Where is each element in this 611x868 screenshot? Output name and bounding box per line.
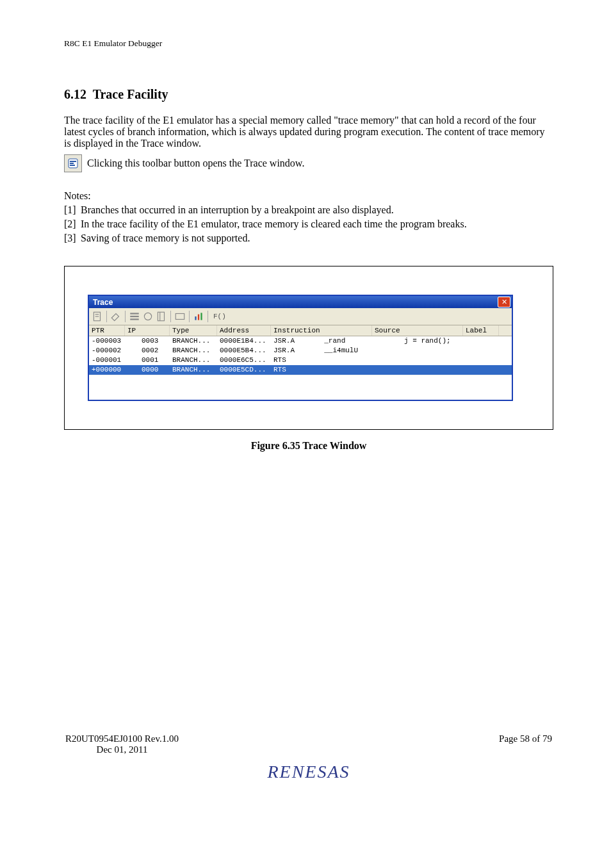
- instr-mnemonic: JSR.A: [273, 337, 295, 345]
- page-footer: R20UT0954EJ0100 Rev.1.00 Dec 01, 2011 Pa…: [64, 733, 553, 782]
- cell-ptr: -000003: [89, 336, 125, 346]
- cell-type: BRANCH...: [170, 336, 217, 346]
- toolbar-icon-eraser[interactable]: [110, 311, 122, 322]
- cell-ip: 0003: [125, 336, 170, 346]
- svg-rect-17: [200, 313, 202, 320]
- column-header-type[interactable]: Type: [170, 325, 217, 336]
- instr-operand: __i4mulU: [324, 347, 358, 354]
- cell-ptr: -000001: [89, 356, 125, 365]
- trace-titlebar[interactable]: Trace ✕: [89, 296, 512, 308]
- toolbar-separator: [170, 311, 171, 322]
- intro-paragraph-1: The trace facility of the E1 emulator ha…: [64, 115, 553, 149]
- cell-address: 0000E6C5...: [217, 356, 271, 365]
- cell-type: BRANCH...: [170, 365, 217, 375]
- cell-type: BRANCH...: [170, 356, 217, 365]
- note-text: Branches that occurred in an interruptio…: [81, 204, 394, 216]
- toolbar-separator: [125, 311, 126, 322]
- cell-ip: 0000: [125, 365, 170, 375]
- instr-operand: _rand: [324, 337, 345, 345]
- note-number: [2]: [64, 218, 81, 230]
- trace-window: Trace ✕: [88, 295, 513, 401]
- cell-source: [372, 346, 463, 356]
- toolbar-icon-props[interactable]: [156, 311, 167, 322]
- doc-header: R8C E1 Emulator Debugger: [64, 38, 553, 49]
- footer-page-number: Page 58 of 79: [499, 733, 552, 755]
- toolbar-icon-list[interactable]: [129, 311, 140, 322]
- column-header-label[interactable]: Label: [463, 325, 499, 336]
- instr-mnemonic: RTS: [273, 366, 286, 373]
- svg-rect-14: [175, 314, 184, 320]
- cell-label: [463, 346, 499, 356]
- note-item: [2] In the trace facility of the E1 emul…: [64, 218, 553, 230]
- svg-rect-8: [130, 313, 139, 314]
- figure-caption: Figure 6.35 Trace Window: [64, 440, 553, 452]
- trace-table-body: -000003 0003 BRANCH... 0000E1B4... JSR.A…: [89, 336, 512, 400]
- note-text: In the trace facility of the E1 emulator…: [81, 218, 467, 230]
- toolbar-icon-chart[interactable]: [193, 311, 204, 322]
- toolbar-icon-doc[interactable]: [92, 311, 103, 322]
- table-row[interactable]: -000002 0002 BRANCH... 0000E5B4... JSR.A…: [89, 346, 512, 356]
- toolbar-icon-stop[interactable]: [142, 311, 154, 322]
- cell-source: [372, 365, 463, 375]
- svg-point-11: [144, 313, 151, 320]
- close-icon[interactable]: ✕: [498, 297, 510, 307]
- svg-rect-3: [70, 165, 75, 166]
- trace-window-title: Trace: [90, 298, 113, 307]
- figure-frame: Trace ✕: [64, 266, 553, 430]
- cell-ip: 0001: [125, 356, 170, 365]
- cell-address: 0000E1B4...: [217, 336, 271, 346]
- svg-marker-7: [111, 314, 118, 321]
- cell-instruction: JSR.A __i4mulU: [271, 346, 372, 356]
- trace-toolbar-button-icon: [64, 154, 82, 172]
- svg-rect-16: [198, 315, 199, 320]
- section-name: Trace Facility: [93, 87, 168, 101]
- instr-mnemonic: RTS: [273, 356, 286, 364]
- svg-rect-12: [158, 312, 164, 321]
- toolbar-separator: [208, 311, 208, 322]
- toolbar-icon-card[interactable]: [174, 311, 186, 322]
- cell-ptr: +000000: [89, 365, 125, 375]
- footer-doc-code: R20UT0954EJ0100 Rev.1.00: [65, 733, 179, 744]
- renesas-logo: RENESAS: [64, 762, 553, 782]
- instr-mnemonic: JSR.A: [273, 347, 295, 354]
- cell-label: [463, 365, 499, 375]
- toolbar-separator: [189, 311, 190, 322]
- cell-source: [372, 356, 463, 365]
- column-header-ip[interactable]: IP: [125, 325, 170, 336]
- column-header-ptr[interactable]: PTR: [89, 325, 125, 336]
- cell-source: j = rand();: [372, 336, 463, 346]
- cell-address: 0000E5B4...: [217, 346, 271, 356]
- section-number: 6.12: [64, 87, 86, 101]
- notes-label: Notes:: [64, 190, 553, 202]
- table-row[interactable]: -000001 0001 BRANCH... 0000E6C5... RTS: [89, 356, 512, 365]
- cell-label: [463, 336, 499, 346]
- table-row-selected[interactable]: +000000 0000 BRANCH... 0000E5CD... RTS: [89, 365, 512, 375]
- svg-rect-1: [70, 161, 76, 162]
- footer-date: Dec 01, 2011: [65, 744, 179, 755]
- note-number: [1]: [64, 204, 81, 216]
- svg-rect-10: [130, 318, 139, 320]
- toolbar-func-label[interactable]: F(): [211, 313, 228, 320]
- note-item: [1] Branches that occurred in an interru…: [64, 204, 553, 216]
- cell-instruction: RTS: [271, 356, 372, 365]
- note-number: [3]: [64, 233, 81, 244]
- note-item: [3] Saving of trace memory is not suppor…: [64, 233, 553, 244]
- column-header-instruction[interactable]: Instruction: [271, 325, 372, 336]
- svg-rect-2: [70, 163, 74, 164]
- table-row[interactable]: -000003 0003 BRANCH... 0000E1B4... JSR.A…: [89, 336, 512, 346]
- cell-instruction: RTS: [271, 365, 372, 375]
- intro-paragraph-2: Clicking this toolbar button opens the T…: [87, 158, 304, 169]
- trace-blank-area: [89, 375, 512, 400]
- cell-ptr: -000002: [89, 346, 125, 356]
- column-header-source[interactable]: Source: [372, 325, 463, 336]
- trace-table-header: PTR IP Type Address Instruction Source L…: [89, 325, 512, 336]
- cell-address: 0000E5CD...: [217, 365, 271, 375]
- section-title: 6.12 Trace Facility: [64, 87, 553, 102]
- svg-rect-9: [130, 316, 139, 317]
- toolbar-separator: [106, 311, 107, 322]
- cell-ip: 0002: [125, 346, 170, 356]
- column-header-address[interactable]: Address: [217, 325, 271, 336]
- svg-rect-15: [195, 316, 196, 320]
- cell-type: BRANCH...: [170, 346, 217, 356]
- cell-label: [463, 356, 499, 365]
